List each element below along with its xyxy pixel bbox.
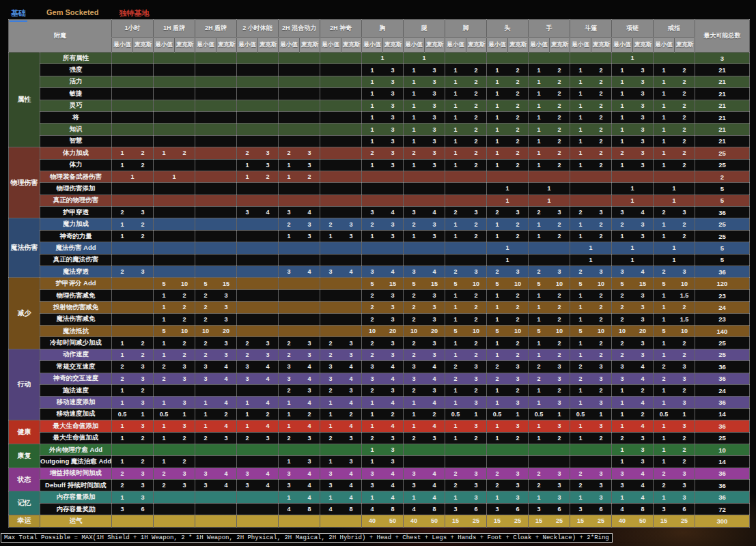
- value-cell: 34: [320, 373, 361, 384]
- value-cell: [445, 242, 486, 254]
- value-cell: 34: [278, 373, 320, 384]
- value-cell: [195, 183, 236, 195]
- value-cell: 23: [361, 349, 403, 360]
- value-cell: [320, 325, 361, 336]
- value-cell: 12: [570, 349, 611, 360]
- value-cell: 14: [361, 397, 403, 408]
- value-cell: [320, 76, 361, 87]
- value-cell: 23: [611, 337, 653, 349]
- value-cell: 12: [153, 289, 195, 301]
- value-cell: 12: [445, 100, 486, 111]
- row-label: 物理伤害减免: [40, 289, 112, 301]
- value-cell: 12: [278, 171, 320, 182]
- formula-footer: Max Total Possible = MAX(1H Shield + 1H …: [1, 533, 613, 543]
- value-cell: 23: [403, 432, 445, 444]
- row-label: 体力加成: [40, 147, 112, 159]
- value-cell: [320, 64, 361, 76]
- value-cell: 23: [195, 289, 236, 301]
- total-cell: 25: [695, 218, 749, 230]
- value-cell: 23: [570, 266, 611, 278]
- value-cell: 0.51: [445, 408, 486, 420]
- row-label: 动作速度: [40, 349, 112, 360]
- value-cell: 23: [403, 289, 445, 301]
- value-cell: [278, 515, 320, 527]
- value-cell: 1: [570, 242, 611, 254]
- row-label: 内存容量添加: [40, 491, 112, 503]
- value-cell: 12: [486, 289, 528, 301]
- total-cell: 5: [695, 195, 749, 206]
- value-cell: [528, 53, 570, 64]
- value-cell: 11.5: [653, 313, 695, 325]
- value-cell: [236, 100, 278, 111]
- value-cell: 23: [486, 266, 528, 278]
- value-cell: 23: [403, 313, 445, 325]
- value-cell: 23: [653, 266, 695, 278]
- total-cell: 25: [695, 349, 749, 360]
- value-cell: 13: [361, 159, 403, 171]
- group-label-3: 减少: [9, 278, 40, 349]
- subheader-min-0: 最小值: [111, 38, 132, 53]
- value-cell: [570, 53, 611, 64]
- value-cell: 34: [236, 373, 278, 384]
- value-cell: [195, 491, 236, 503]
- value-cell: 1525: [570, 515, 611, 527]
- tab-0[interactable]: 基础: [10, 7, 27, 22]
- value-cell: 23: [486, 468, 528, 479]
- value-cell: 23: [153, 373, 195, 384]
- value-cell: 34: [361, 266, 403, 278]
- value-cell: [278, 325, 320, 336]
- value-cell: [361, 242, 403, 254]
- value-cell: [111, 53, 153, 64]
- subheader-min-10: 最小值: [528, 38, 549, 53]
- value-cell: 12: [445, 124, 486, 135]
- table-row: 康复外向物理疗愈 Add13131210: [9, 444, 750, 455]
- total-cell: 300: [695, 515, 749, 527]
- value-cell: [278, 64, 320, 76]
- table-row: 知识131312121212131221: [9, 124, 750, 135]
- column-header-0: 1小时: [111, 20, 153, 38]
- table-row: 减少护甲评分 Add510515515515510510510510515510…: [9, 278, 750, 289]
- subheader-max-7: 麦克斯: [424, 38, 445, 53]
- value-cell: [236, 266, 278, 278]
- tab-1[interactable]: Gem Socketed: [45, 7, 100, 22]
- value-cell: 12: [570, 302, 611, 313]
- value-cell: 23: [195, 349, 236, 360]
- total-cell: 2: [695, 171, 749, 182]
- value-cell: [195, 159, 236, 171]
- value-cell: [236, 503, 278, 515]
- value-cell: [111, 254, 153, 265]
- value-cell: 12: [153, 147, 195, 159]
- value-cell: [153, 491, 195, 503]
- value-cell: 13: [653, 397, 695, 408]
- value-cell: 12: [111, 147, 153, 159]
- value-cell: 12: [486, 302, 528, 313]
- value-cell: 12: [570, 384, 611, 396]
- tab-2[interactable]: 独特基地: [117, 7, 150, 22]
- value-cell: 13: [403, 88, 445, 100]
- table-row: 魔法抵抗510102010201020510510510510102051014…: [9, 325, 750, 336]
- value-cell: 23: [195, 302, 236, 313]
- value-cell: 23: [111, 361, 153, 373]
- value-cell: 12: [445, 111, 486, 123]
- value-cell: 1: [111, 171, 153, 182]
- value-cell: [236, 111, 278, 123]
- value-cell: 23: [278, 349, 320, 360]
- value-cell: 510: [653, 278, 695, 289]
- value-cell: [195, 100, 236, 111]
- value-cell: [320, 124, 361, 135]
- group-label-2: 魔法伤害: [9, 218, 40, 278]
- value-cell: [445, 53, 486, 64]
- value-cell: 34: [278, 480, 320, 491]
- total-cell: 25: [695, 159, 749, 171]
- value-cell: 13: [361, 230, 403, 242]
- value-cell: 23: [153, 480, 195, 491]
- value-cell: 12: [361, 408, 403, 420]
- subheader-min-3: 最小值: [236, 38, 257, 53]
- value-cell: 12: [653, 64, 695, 76]
- value-cell: 510: [445, 325, 486, 336]
- value-cell: 34: [236, 468, 278, 479]
- value-cell: [278, 124, 320, 135]
- value-cell: 1: [486, 183, 528, 195]
- value-cell: [236, 313, 278, 325]
- value-cell: 23: [361, 384, 403, 396]
